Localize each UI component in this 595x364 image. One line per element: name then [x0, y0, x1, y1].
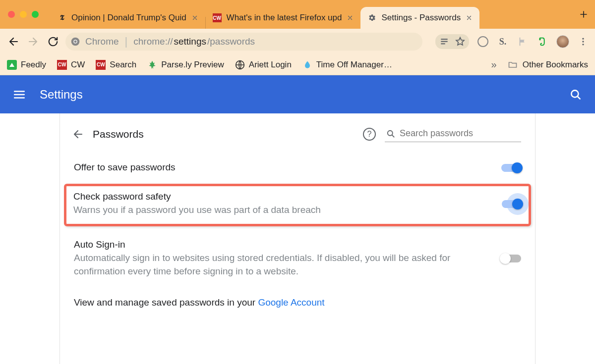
setting-description: Automatically sign in to websites using … [74, 251, 501, 278]
highlight-check-password-safety: Check password safety Warns you if a pas… [64, 184, 531, 226]
profile-avatar[interactable] [556, 35, 569, 48]
bookmark-ariett[interactable]: Ariett Login [235, 60, 292, 70]
browser-tab-strip: 𝕿 Opinion | Donald Trump's Quid CW What'… [0, 0, 595, 29]
bookmark-parsely[interactable]: Parse.ly Preview [147, 60, 224, 70]
svg-rect-3 [441, 39, 447, 40]
close-tab-button[interactable] [191, 14, 198, 21]
passwords-card: Passwords ? Offer to save passwords Chec… [60, 113, 536, 364]
svg-point-11 [388, 130, 393, 135]
bookmark-label: Feedly [21, 60, 46, 70]
settings-content: Passwords ? Offer to save passwords Chec… [0, 113, 595, 364]
reader-mode-icon[interactable] [438, 36, 450, 48]
folder-icon [508, 60, 518, 70]
svg-point-6 [582, 38, 584, 40]
minimize-window-button[interactable] [20, 11, 27, 18]
bookmarks-bar: Feedly CWCW CWSearch Parse.ly Preview Ar… [0, 54, 595, 75]
bookmark-label: Time Off Manager… [316, 60, 392, 70]
parsely-icon [147, 60, 157, 70]
url-prefix: chrome:// [133, 36, 173, 47]
setting-label: Offer to save passwords [74, 162, 501, 173]
drop-icon [302, 60, 312, 70]
setting-label: Auto Sign-in [74, 239, 501, 250]
bookmark-timeoff[interactable]: Time Off Manager… [302, 60, 392, 70]
bookmark-search[interactable]: CWSearch [96, 60, 136, 70]
bookmark-label: Ariett Login [249, 60, 292, 70]
reload-button[interactable] [46, 34, 60, 49]
svg-rect-5 [441, 43, 445, 44]
evernote-icon[interactable] [536, 36, 548, 48]
flag-icon[interactable] [517, 36, 529, 48]
window-controls [8, 11, 39, 18]
tab-settings-passwords[interactable]: Settings - Passwords [360, 7, 479, 29]
extension-circle-icon[interactable] [477, 36, 489, 48]
cw-icon: CW [96, 60, 106, 70]
toggle-check-safety[interactable] [502, 200, 522, 208]
extension-s-icon[interactable]: S. [497, 36, 509, 48]
kebab-menu-icon[interactable] [577, 36, 589, 48]
address-bar[interactable]: Chrome | chrome://settings/passwords [65, 33, 422, 51]
tabs-container: 𝕿 Opinion | Donald Trump's Quid CW What'… [51, 0, 574, 29]
help-button[interactable]: ? [363, 128, 376, 141]
page-header: Passwords ? [60, 124, 535, 155]
chrome-icon [70, 37, 80, 47]
globe-icon [235, 60, 245, 70]
search-icon [386, 129, 396, 139]
settings-search-button[interactable] [569, 88, 582, 101]
setting-label: Check password safety [73, 191, 502, 202]
url-scheme-label: Chrome [85, 36, 119, 47]
toggle-offer-save[interactable] [501, 164, 521, 172]
omnibox-action-group [435, 34, 469, 49]
cw-icon: CW [213, 13, 222, 22]
tab-firefox[interactable]: CW What's in the latest Firefox upd [206, 7, 361, 29]
bookmark-overflow-button[interactable]: » [491, 59, 497, 70]
back-button[interactable] [6, 34, 21, 49]
maximize-window-button[interactable] [32, 11, 39, 18]
page-title: Passwords [93, 128, 144, 140]
bookmark-label: Search [110, 60, 136, 70]
search-passwords-field[interactable] [385, 126, 521, 142]
setting-auto-signin: Auto Sign-in Automatically sign in to we… [60, 232, 535, 285]
svg-point-7 [582, 41, 584, 42]
nyt-icon: 𝕿 [58, 13, 66, 22]
bookmark-star-icon[interactable] [454, 36, 466, 48]
setting-offer-save: Offer to save passwords [60, 155, 535, 181]
tab-opinion[interactable]: 𝕿 Opinion | Donald Trump's Quid [51, 7, 205, 29]
toolbar-actions: S. [435, 34, 589, 49]
back-arrow-button[interactable] [72, 128, 84, 140]
cw-icon: CW [57, 60, 67, 70]
url-suffix: /passwords [207, 36, 255, 47]
browser-toolbar: Chrome | chrome://settings/passwords S. [0, 29, 595, 54]
settings-app-bar: Settings [0, 75, 595, 113]
feedly-icon [7, 60, 17, 70]
tab-title: Opinion | Donald Trump's Quid [71, 13, 186, 23]
tab-title: Settings - Passwords [381, 13, 461, 23]
other-bookmarks-folder[interactable]: Other Bookmarks [508, 60, 588, 70]
close-tab-button[interactable] [466, 14, 473, 21]
svg-rect-4 [441, 41, 447, 42]
bookmark-label: CW [71, 60, 85, 70]
url-path-em: settings [174, 36, 206, 47]
close-window-button[interactable] [8, 11, 15, 18]
tab-title: What's in the latest Firefox upd [227, 13, 342, 23]
manage-passwords-row: View and manage saved passwords in your … [60, 285, 535, 311]
bookmark-cw[interactable]: CWCW [57, 60, 85, 70]
google-account-link[interactable]: Google Account [258, 297, 324, 308]
bookmark-feedly[interactable]: Feedly [7, 60, 46, 70]
new-tab-button[interactable] [576, 7, 591, 22]
bookmark-label: Other Bookmarks [523, 60, 588, 70]
app-bar-title: Settings [40, 88, 83, 102]
hamburger-menu-button[interactable] [13, 88, 26, 101]
manage-text: View and manage saved passwords in your [74, 297, 258, 308]
forward-button[interactable] [26, 34, 41, 49]
url-display: Chrome | chrome://settings/passwords [85, 35, 255, 48]
svg-point-2 [74, 41, 77, 43]
bookmark-label: Parse.ly Preview [161, 60, 224, 70]
gear-icon [367, 13, 376, 22]
toggle-auto-signin[interactable] [501, 255, 521, 262]
search-passwords-input[interactable] [400, 128, 520, 139]
setting-description: Warns you if a password you use was part… [73, 203, 502, 217]
close-tab-button[interactable] [347, 14, 354, 21]
svg-point-8 [582, 44, 584, 45]
